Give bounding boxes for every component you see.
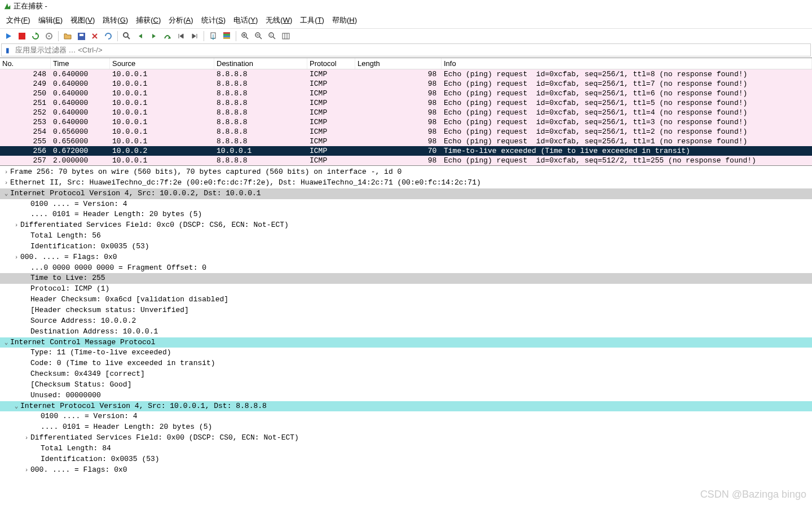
menu-工具[interactable]: 工具(T) bbox=[296, 14, 328, 27]
tree-item[interactable]: Total Length: 56 bbox=[0, 231, 812, 241]
tree-item[interactable]: Total Length: 84 bbox=[0, 443, 812, 454]
packet-row[interactable]: 2480.64000010.0.0.18.8.8.8ICMP 98Echo (p… bbox=[0, 69, 812, 79]
menu-视图[interactable]: 视图(V) bbox=[67, 14, 99, 27]
tree-label: Differentiated Services Field: 0x00 (DSC… bbox=[30, 433, 299, 442]
menu-分析[interactable]: 分析(A) bbox=[165, 14, 197, 27]
svg-point-2 bbox=[48, 36, 50, 37]
packet-row[interactable]: 2550.65600010.0.0.18.8.8.8ICMP 98Echo (p… bbox=[0, 137, 812, 146]
col-header-time[interactable]: Time bbox=[51, 58, 110, 69]
tree-item[interactable]: [Checksum Status: Good] bbox=[0, 380, 812, 390]
col-header-protocol[interactable]: Protocol bbox=[307, 58, 355, 69]
col-header-destination[interactable]: Destination bbox=[214, 58, 307, 69]
collapse-icon[interactable]: ⌄ bbox=[2, 190, 10, 199]
packet-row[interactable]: 2510.64000010.0.0.18.8.8.8ICMP 98Echo (p… bbox=[0, 98, 812, 108]
tree-item[interactable]: Source Address: 10.0.0.2 bbox=[0, 316, 812, 327]
save-button[interactable] bbox=[75, 30, 87, 42]
tree-item[interactable]: Time to Live: 255 bbox=[0, 273, 812, 284]
open-file-button[interactable] bbox=[61, 30, 74, 42]
tree-label: .... 0101 = Header Length: 20 bytes (5) bbox=[30, 210, 202, 218]
svg-rect-7 bbox=[223, 32, 230, 34]
tree-item[interactable]: .... 0101 = Header Length: 20 bytes (5) bbox=[0, 209, 812, 220]
restart-capture-button[interactable] bbox=[29, 30, 42, 42]
resize-columns-button[interactable] bbox=[280, 30, 292, 42]
tree-item[interactable]: ›000. .... = Flags: 0x0 bbox=[0, 465, 812, 476]
tree-item[interactable]: Identification: 0x0035 (53) bbox=[0, 241, 812, 252]
packet-row[interactable]: 2530.64000010.0.0.18.8.8.8ICMP 98Echo (p… bbox=[0, 117, 812, 127]
zoom-reset-button[interactable]: 1 bbox=[266, 30, 279, 42]
menu-捕获[interactable]: 捕获(C) bbox=[132, 14, 165, 27]
expand-icon[interactable]: › bbox=[2, 168, 10, 177]
find-button[interactable] bbox=[121, 30, 133, 42]
collapse-icon[interactable]: ⌄ bbox=[12, 402, 20, 411]
packet-row[interactable]: 2560.67200010.0.0.210.0.0.1ICMP 70Time-t… bbox=[0, 146, 812, 156]
tree-label: Ethernet II, Src: HuaweiTechno_dc:7f:2e … bbox=[10, 178, 481, 187]
first-packet-button[interactable] bbox=[175, 30, 187, 42]
tree-item[interactable]: ...0 0000 0000 0000 = Fragment Offset: 0 bbox=[0, 263, 812, 274]
col-header-no[interactable]: No. bbox=[0, 58, 51, 69]
menu-无线[interactable]: 无线(W) bbox=[262, 14, 296, 27]
stop-capture-button[interactable] bbox=[16, 30, 28, 42]
tree-item[interactable]: Protocol: ICMP (1) bbox=[0, 284, 812, 295]
filter-icon[interactable]: ▮ bbox=[2, 46, 13, 54]
jump-button[interactable] bbox=[161, 30, 174, 42]
tree-label: Frame 256: 70 bytes on wire (560 bits), … bbox=[10, 168, 401, 176]
tree-item[interactable]: Header Checksum: 0xa6cd [validation disa… bbox=[0, 295, 812, 305]
packet-row[interactable]: 2572.00000010.0.0.18.8.8.8ICMP 98Echo (p… bbox=[0, 156, 812, 165]
menu-电话[interactable]: 电话(Y) bbox=[230, 14, 262, 27]
tree-item[interactable]: ⌄Internet Protocol Version 4, Src: 10.0.… bbox=[0, 188, 812, 199]
colorize-button[interactable] bbox=[220, 30, 233, 42]
tree-label: Internet Protocol Version 4, Src: 10.0.0… bbox=[20, 402, 267, 410]
tree-item[interactable]: ⌄Internet Protocol Version 4, Src: 10.0.… bbox=[0, 401, 812, 412]
expand-icon[interactable]: › bbox=[12, 221, 20, 230]
collapse-icon[interactable]: ⌄ bbox=[2, 339, 10, 348]
expand-icon[interactable]: › bbox=[23, 466, 30, 475]
close-file-button[interactable] bbox=[89, 30, 101, 42]
menu-跳转[interactable]: 跳转(G) bbox=[99, 14, 132, 27]
menu-编辑[interactable]: 编辑(E) bbox=[34, 14, 67, 27]
packet-list-pane: No. Time Source Destination Protocol Len… bbox=[0, 58, 812, 166]
zoom-out-button[interactable] bbox=[253, 30, 265, 42]
expand-icon[interactable]: › bbox=[12, 253, 20, 262]
capture-options-button[interactable] bbox=[43, 30, 55, 42]
packet-row[interactable]: 2540.65600010.0.0.18.8.8.8ICMP 98Echo (p… bbox=[0, 127, 812, 137]
autoscroll-button[interactable] bbox=[207, 30, 219, 42]
prev-packet-button[interactable] bbox=[134, 30, 147, 42]
menu-统计[interactable]: 统计(S) bbox=[197, 14, 230, 27]
packet-row[interactable]: 2500.64000010.0.0.18.8.8.8ICMP 98Echo (p… bbox=[0, 89, 812, 98]
tree-item[interactable]: 0100 .... = Version: 4 bbox=[0, 199, 812, 210]
tree-item[interactable]: Checksum: 0x4349 [correct] bbox=[0, 369, 812, 380]
tree-item[interactable]: Destination Address: 10.0.0.1 bbox=[0, 327, 812, 337]
col-header-length[interactable]: Length bbox=[355, 58, 442, 69]
separator bbox=[204, 31, 204, 41]
display-filter-input[interactable] bbox=[13, 44, 810, 56]
packet-row[interactable]: 2490.64000010.0.0.18.8.8.8ICMP 98Echo (p… bbox=[0, 79, 812, 89]
menu-帮助[interactable]: 帮助(H) bbox=[328, 14, 361, 27]
app-icon bbox=[3, 2, 11, 10]
tree-item[interactable]: ›Differentiated Services Field: 0xc0 (DS… bbox=[0, 220, 812, 231]
tree-item[interactable]: ›Frame 256: 70 bytes on wire (560 bits),… bbox=[0, 167, 812, 178]
tree-item[interactable]: ›Ethernet II, Src: HuaweiTechno_dc:7f:2e… bbox=[0, 178, 812, 188]
start-capture-button[interactable] bbox=[2, 30, 15, 42]
reload-button[interactable] bbox=[102, 30, 114, 42]
tree-item[interactable]: ⌄Internet Control Message Protocol bbox=[0, 337, 812, 348]
tree-label: Protocol: ICMP (1) bbox=[30, 284, 109, 293]
packet-row[interactable]: 2520.64000010.0.0.18.8.8.8ICMP 98Echo (p… bbox=[0, 108, 812, 117]
expand-icon[interactable]: › bbox=[23, 434, 30, 443]
svg-point-5 bbox=[123, 33, 128, 37]
tree-item[interactable]: ›000. .... = Flags: 0x0 bbox=[0, 252, 812, 263]
next-packet-button[interactable] bbox=[148, 30, 160, 42]
menu-文件[interactable]: 文件(F) bbox=[2, 14, 34, 27]
tree-item[interactable]: .... 0101 = Header Length: 20 bytes (5) bbox=[0, 422, 812, 433]
col-header-source[interactable]: Source bbox=[110, 58, 214, 69]
tree-item[interactable]: Identification: 0x0035 (53) bbox=[0, 454, 812, 465]
tree-item[interactable]: ›Differentiated Services Field: 0x00 (DS… bbox=[0, 433, 812, 443]
expand-icon[interactable]: › bbox=[2, 179, 10, 188]
tree-item[interactable]: Code: 0 (Time to live exceeded in transi… bbox=[0, 358, 812, 369]
tree-item[interactable]: [Header checksum status: Unverified] bbox=[0, 305, 812, 316]
tree-item[interactable]: Type: 11 (Time-to-live exceeded) bbox=[0, 348, 812, 358]
col-header-info[interactable]: Info bbox=[442, 58, 812, 69]
zoom-in-button[interactable] bbox=[239, 30, 251, 42]
tree-item[interactable]: 0100 .... = Version: 4 bbox=[0, 411, 812, 422]
tree-item[interactable]: Unused: 00000000 bbox=[0, 390, 812, 401]
last-packet-button[interactable] bbox=[188, 30, 201, 42]
